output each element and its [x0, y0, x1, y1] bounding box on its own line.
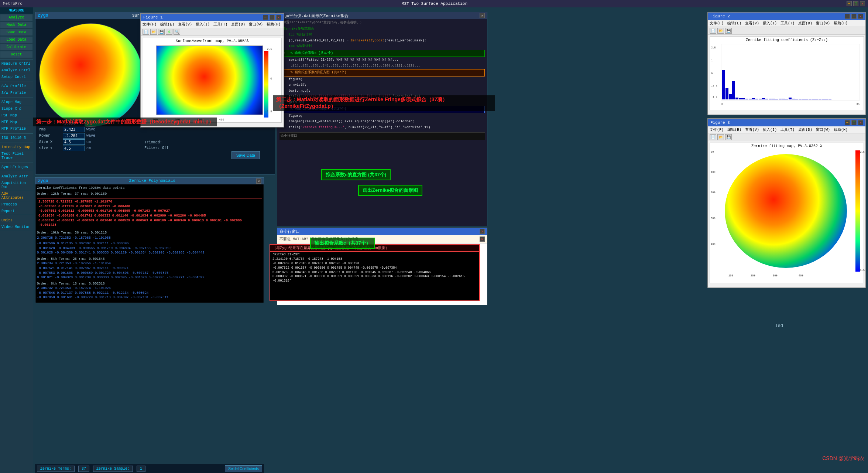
rp1-menu-file[interactable]: 文件(F)	[710, 21, 724, 26]
rp1-menu-desktop[interactable]: 桌面(D)	[798, 21, 812, 26]
rp2-menu-help[interactable]: 帮助(H)	[834, 127, 848, 132]
output-header-text: 'Fitted Z1-Z37:	[272, 253, 477, 257]
rp2-x-400: 400	[799, 274, 803, 277]
save-data-panel-button[interactable]: Save Data	[231, 151, 260, 159]
fig1-tb-print[interactable]: 🖨	[166, 29, 172, 35]
rp2-close-btn[interactable]: ✕	[858, 120, 863, 125]
measure-header: MEASURE	[0, 7, 33, 14]
rp1-menu-tools[interactable]: 工具(T)	[780, 21, 795, 26]
sidebar-item-adv-attr[interactable]: Adv Attributes	[0, 191, 33, 201]
zernike-close-btn[interactable]: ✕	[256, 178, 261, 184]
cmd-close-btn[interactable]: ✕	[480, 229, 485, 234]
fig1-min-btn[interactable]: ─	[263, 15, 268, 20]
sidebar-item-mtf-profile[interactable]: MTF Profile	[0, 126, 33, 132]
rms-value[interactable]	[63, 127, 85, 132]
calibrate-button[interactable]: Calibrate	[0, 44, 33, 51]
fig1-menu-window[interactable]: 窗口(W)	[249, 22, 263, 27]
sidebar-item-measure-cntrl[interactable]: Measure Cntrl	[0, 61, 33, 67]
fig1-menu-edit[interactable]: 编辑(E)	[160, 22, 174, 27]
mask-data-button[interactable]: Mask Data	[0, 21, 33, 28]
rp2-menu-view[interactable]: 查看(V)	[745, 127, 759, 132]
fig1-tb-save[interactable]: 💾	[158, 29, 165, 35]
rp1-tb-3[interactable]: 💾	[725, 28, 732, 34]
fig1-tb-open[interactable]: 📂	[150, 29, 157, 35]
close-button[interactable]: ✕	[860, 1, 865, 6]
fig1-menu-file[interactable]: 文件(F)	[143, 22, 157, 27]
sidebar-item-units[interactable]: Units	[0, 217, 33, 224]
window-controls[interactable]: ─ □ ✕	[847, 1, 865, 6]
analyze-button[interactable]: Analyze	[0, 14, 33, 21]
matlab-histogram-box: 30% 画出拟合系数c的直方图 (共37个)	[279, 69, 485, 76]
minimize-button[interactable]: ─	[847, 1, 852, 6]
sidebar-item-sw-profile-2[interactable]: S/W Profile	[0, 90, 33, 96]
bar-27	[809, 99, 812, 99]
sidebar-item-video[interactable]: Video Monitor	[0, 224, 33, 231]
output-panel: （与Zygo结果存在差异的原因是Zygo面形数据中存在少量的nan数据） 'Fi…	[270, 244, 480, 301]
sidebar: MEASURE Analyze Mask Data Save Data Load…	[0, 7, 33, 473]
rp1-menu-help[interactable]: 帮助(H)	[834, 21, 848, 26]
rp2-menu-insert[interactable]: 插入(I)	[763, 127, 777, 132]
sidebar-item-slope-x[interactable]: Slope X ∂	[0, 106, 33, 112]
zernike-sample-value: 1	[137, 466, 145, 472]
sidebar-item-test-pixel[interactable]: Test Pixel Trace	[0, 151, 33, 161]
rp2-menu-file[interactable]: 文件(F)	[710, 127, 724, 132]
rp1-menu-view[interactable]: 查看(V)	[745, 21, 759, 26]
fig1-tb-new[interactable]: 📄	[143, 29, 149, 35]
right-panel-1-menubar: 文件(F) 编辑(E) 查看(V) 插入(I) 工具(T) 桌面(D) 窗口(W…	[708, 20, 865, 27]
fig1-menu-desktop[interactable]: 桌面(D)	[231, 22, 245, 27]
sidebar-item-intensity[interactable]: Intensity Hap	[0, 144, 33, 151]
bar-30	[819, 99, 821, 99]
rp2-min-btn[interactable]: ─	[845, 120, 850, 125]
sidebar-item-psf-map[interactable]: PSF Map	[0, 112, 33, 119]
sidebar-item-process[interactable]: Process	[0, 201, 33, 208]
seidel-coefficients-button[interactable]: Seidel Coefficients	[225, 465, 262, 472]
rp2-max-btn[interactable]: □	[851, 120, 857, 125]
fig1-tb-zoom[interactable]: 🔍	[174, 29, 180, 35]
sidebar-item-mtf-map[interactable]: MTF Map	[0, 119, 33, 126]
rp1-menu-edit[interactable]: 编辑(E)	[727, 21, 741, 26]
rp2-menu-desktop[interactable]: 桌面(D)	[798, 127, 812, 132]
sidebar-item-analyze-cntrl[interactable]: Analyze Cntrl	[0, 67, 33, 74]
rp2-menu-edit[interactable]: 编辑(E)	[727, 127, 741, 132]
rp1-tb-1[interactable]: 📄	[710, 28, 716, 34]
bar-6	[739, 98, 742, 99]
sidebar-item-acquisition[interactable]: Acquisition Dat	[0, 180, 33, 191]
sidebar-item-report[interactable]: Report	[0, 208, 33, 215]
sidebar-item-analyze-attr[interactable]: Analyze Attr	[0, 173, 33, 180]
sidebar-item-iso[interactable]: ISO 10110-5	[0, 135, 33, 142]
cmd-warning-close[interactable]: ✕	[480, 236, 485, 242]
sidebar-item-synth[interactable]: SynthFringes	[0, 164, 33, 171]
rp2-menu-window[interactable]: 窗口(W)	[816, 127, 830, 132]
rp2-tb-1[interactable]: 📄	[710, 134, 716, 140]
rp2-tb-2[interactable]: 📂	[717, 134, 724, 140]
fig1-close-btn[interactable]: ✕	[276, 15, 281, 20]
rp1-min-btn[interactable]: ─	[845, 14, 850, 19]
fig1-menu-view[interactable]: 查看(V)	[178, 22, 192, 27]
bar-31	[822, 99, 825, 99]
fig1-menu-tools[interactable]: 工具(T)	[213, 22, 227, 27]
sidebar-item-sw-profile-1[interactable]: S/W Profile	[0, 83, 33, 90]
output-line-1: 2.214190 0.718767 -0.187273 -1.094158	[272, 257, 477, 262]
right-panel-1-title: Figure 2	[710, 14, 730, 18]
power-value[interactable]	[63, 133, 85, 139]
fig1-max-btn[interactable]: □	[270, 15, 275, 20]
sidebar-item-setup-cntrl[interactable]: Setup Cntrl	[0, 74, 33, 81]
matlab-close-btn[interactable]: ✕	[480, 13, 485, 18]
sizex-value[interactable]	[63, 139, 85, 145]
rp1-max-btn[interactable]: □	[851, 14, 857, 19]
rp2-menu-tools[interactable]: 工具(T)	[780, 127, 795, 132]
save-data-button[interactable]: Save Data	[0, 29, 33, 36]
sizey-value[interactable]	[63, 146, 85, 151]
rp2-tb-3[interactable]: 💾	[725, 134, 732, 140]
load-data-button[interactable]: Load Data	[0, 36, 33, 43]
rp1-tb-2[interactable]: 📂	[717, 28, 724, 34]
fig1-menu-insert[interactable]: 插入(I)	[196, 22, 210, 27]
rp1-close-btn[interactable]: ✕	[858, 14, 863, 19]
reset-button[interactable]: Reset	[0, 51, 33, 58]
fig1-menu-help[interactable]: 帮助(H)	[267, 22, 281, 27]
maximize-button[interactable]: □	[853, 1, 858, 6]
bar-2	[725, 88, 728, 99]
sidebar-item-slope-mag[interactable]: Slope Mag	[0, 99, 33, 106]
rp1-menu-insert[interactable]: 插入(I)	[763, 21, 777, 26]
rp1-menu-window[interactable]: 窗口(W)	[816, 21, 830, 26]
